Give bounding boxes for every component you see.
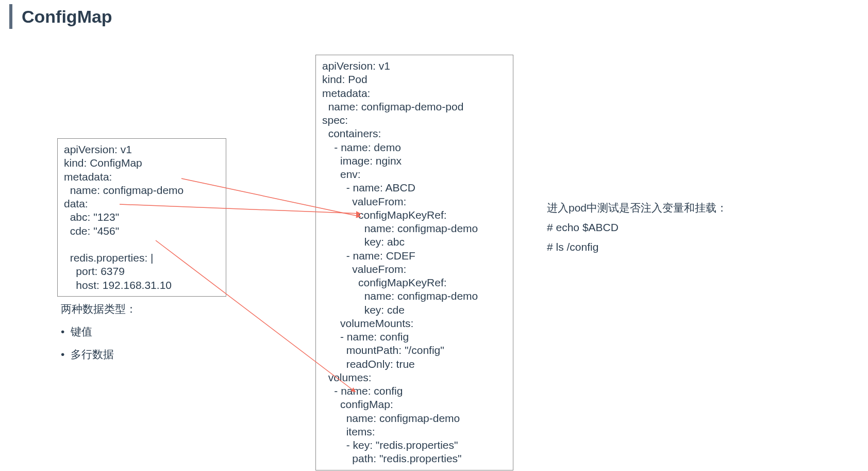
left-notes: 两种数据类型： 键值 多行数据: [61, 299, 137, 364]
right-notes: 进入pod中测试是否注入变量和挂载： # echo $ABCD # ls /co…: [547, 198, 727, 256]
page-title: ConfigMap: [22, 7, 112, 27]
title-accent: [9, 4, 12, 29]
configmap-yaml-box: apiVersion: v1 kind: ConfigMap metadata:…: [57, 138, 226, 297]
right-notes-heading: 进入pod中测试是否注入变量和挂载：: [547, 198, 727, 218]
right-notes-line-0: # echo $ABCD: [547, 218, 727, 237]
page-title-bar: ConfigMap: [9, 4, 112, 29]
pod-yaml-box: apiVersion: v1 kind: Pod metadata: name:…: [315, 55, 513, 470]
left-notes-heading: 两种数据类型：: [61, 299, 137, 319]
left-notes-item-1: 多行数据: [61, 345, 137, 364]
right-notes-line-1: # ls /config: [547, 237, 727, 257]
left-notes-item-0: 键值: [61, 322, 137, 342]
